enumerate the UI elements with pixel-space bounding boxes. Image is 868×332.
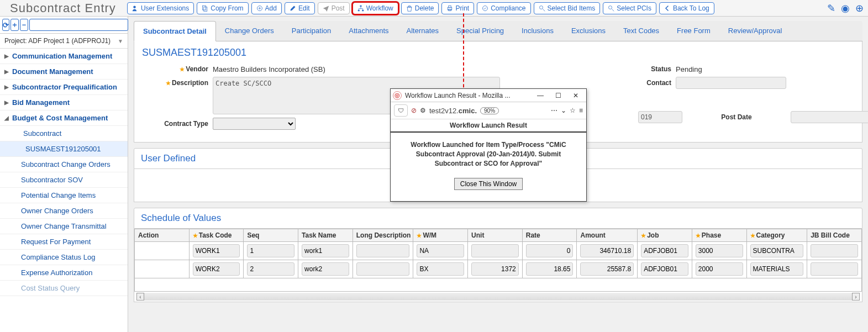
cell-unit[interactable] <box>471 244 519 257</box>
cell-rate[interactable] <box>526 244 574 257</box>
col-wm[interactable]: W/M <box>413 229 468 242</box>
sidebar-item-expense-auth[interactable]: Expense Authorization <box>0 265 128 281</box>
close-window-button[interactable]: Close This Window <box>454 178 523 190</box>
col-phase[interactable]: Phase <box>692 229 746 242</box>
cell-phase[interactable] <box>696 262 743 276</box>
sidebar-item-pci[interactable]: Potential Change Items <box>0 188 128 203</box>
contract-type-select[interactable] <box>213 118 296 130</box>
cell-amount[interactable] <box>580 262 634 276</box>
col-action[interactable]: Action <box>135 229 190 242</box>
cell-seq[interactable] <box>247 262 294 276</box>
col-category[interactable]: Category <box>746 229 807 242</box>
more-icon[interactable]: ⋯ <box>551 107 557 114</box>
cell-job[interactable] <box>641 244 688 257</box>
permissions-icon[interactable]: ⚙ <box>420 107 426 114</box>
sidebar-item-oct[interactable]: Owner Change Transmittal <box>0 219 128 234</box>
select-bid-items-button[interactable]: Select Bid Items <box>534 2 601 14</box>
back-to-log-button[interactable]: Back To Log <box>659 2 714 14</box>
sidebar-item-document-management[interactable]: ▶Document Management <box>0 64 128 80</box>
col-job[interactable]: Job <box>638 229 692 242</box>
tab-attachments[interactable]: Attachments <box>340 21 397 41</box>
col-jb-bill[interactable]: JB Bill Code <box>807 229 862 242</box>
cell-task-code[interactable] <box>193 244 240 257</box>
tab-exclusions[interactable]: Exclusions <box>562 21 614 41</box>
col-task-name[interactable]: Task Name <box>298 229 353 242</box>
cell-job[interactable] <box>641 262 688 276</box>
maximize-button[interactable]: ☐ <box>551 90 565 101</box>
cell-task-name[interactable] <box>302 244 349 257</box>
close-button[interactable]: ✕ <box>569 90 583 101</box>
cell-jbbill[interactable] <box>811 262 858 276</box>
project-selector[interactable]: Project: ADF Project 1 (ADFPROJ1) ▼ <box>0 34 128 49</box>
tab-text-codes[interactable]: Text Codes <box>614 21 668 41</box>
tab-review-approval[interactable]: Review/Approval <box>719 21 791 41</box>
table-row[interactable] <box>135 242 862 260</box>
copy-from-button[interactable]: Copy From <box>197 2 248 14</box>
tab-change-orders[interactable]: Change Orders <box>216 21 283 41</box>
url-display[interactable]: test2v12.cmic. <box>429 107 477 115</box>
pocket-icon[interactable]: ⌄ <box>561 107 566 114</box>
post-date-field[interactable] <box>791 111 868 123</box>
cell-phase[interactable] <box>696 244 743 257</box>
tab-special-pricing[interactable]: Special Pricing <box>448 21 513 41</box>
user-icon[interactable]: ◉ <box>841 2 850 14</box>
user-extensions-button[interactable]: User Extensions <box>127 2 194 14</box>
sidebar-item-record[interactable]: SUSMAEST191205001 <box>0 141 128 157</box>
sidebar-item-budget-cost-management[interactable]: ◢Budget & Cost Management <box>0 110 128 126</box>
expand-icon[interactable]: ＋ <box>10 19 19 31</box>
col-amount[interactable]: Amount <box>577 229 638 242</box>
scroll-right-icon[interactable]: › <box>852 293 860 301</box>
sidebar-item-sco[interactable]: Subcontract Change Orders <box>0 157 128 172</box>
sidebar-item-oco[interactable]: Owner Change Orders <box>0 203 128 219</box>
col-unit[interactable]: Unit <box>468 229 523 242</box>
cell-task-code[interactable] <box>193 262 240 276</box>
sidebar-item-subcontract[interactable]: ◢Subcontract <box>0 126 128 141</box>
popup-titlebar[interactable]: ◎ Workflow Launch Result - Mozilla ... —… <box>391 89 586 102</box>
sidebar-search-input[interactable] <box>29 19 128 31</box>
sidebar-item-cost-status[interactable]: Cost Status Query <box>0 281 128 296</box>
col-rate[interactable]: Rate <box>522 229 577 242</box>
menu-icon[interactable]: ≡ <box>579 107 583 114</box>
sidebar-item-subcontractor-prequalification[interactable]: ▶Subcontractor Prequalification <box>0 80 128 95</box>
cell-category[interactable] <box>750 262 804 276</box>
tab-alternates[interactable]: Alternates <box>398 21 448 41</box>
help-icon[interactable]: ⊕ <box>855 2 864 14</box>
col-seq[interactable]: Seq <box>244 229 298 242</box>
bookmark-icon[interactable]: ☆ <box>570 107 576 114</box>
select-pcis-button[interactable]: Select PCIs <box>603 2 656 14</box>
cell-rate[interactable] <box>526 262 574 276</box>
shield-icon[interactable]: 🛡 <box>394 104 408 117</box>
compliance-button[interactable]: Compliance <box>477 2 530 14</box>
minimize-button[interactable]: — <box>533 90 548 101</box>
cell-category[interactable] <box>750 244 804 257</box>
tab-free-form[interactable]: Free Form <box>668 21 719 41</box>
table-row-empty[interactable] <box>135 278 862 292</box>
tracking-icon[interactable]: ⊘ <box>411 107 417 114</box>
tab-subcontract-detail[interactable]: Subcontract Detail <box>134 21 216 41</box>
tab-inclusions[interactable]: Inclusions <box>513 21 562 41</box>
refresh-icon[interactable]: ⟳ <box>2 19 9 31</box>
scroll-left-icon[interactable]: ‹ <box>136 293 144 301</box>
cell-long-desc[interactable] <box>356 244 410 257</box>
sidebar-item-compliance-log[interactable]: Compliance Status Log <box>0 250 128 265</box>
scrollbar[interactable] <box>144 293 852 301</box>
sidebar-item-rfp[interactable]: Request For Payment <box>0 234 128 250</box>
print-button[interactable]: Print <box>441 2 474 14</box>
cell-wm[interactable] <box>417 244 464 257</box>
add-button[interactable]: Add <box>251 2 282 14</box>
cell-seq[interactable] <box>247 244 294 257</box>
sidebar-item-bid-management[interactable]: ▶Bid Management <box>0 95 128 110</box>
cell-task-name[interactable] <box>302 262 349 276</box>
col-task-code[interactable]: Task Code <box>189 229 244 242</box>
zoom-indicator[interactable]: 90% <box>480 107 499 114</box>
edit-page-icon[interactable]: ✎ <box>827 2 835 14</box>
cell-wm[interactable] <box>417 262 464 276</box>
edit-button[interactable]: Edit <box>285 2 315 14</box>
table-row[interactable] <box>135 260 862 278</box>
collapse-icon[interactable]: － <box>20 19 28 31</box>
cell-unit[interactable] <box>471 262 519 276</box>
tab-participation[interactable]: Participation <box>283 21 340 41</box>
workflow-button[interactable]: Workflow <box>353 2 398 14</box>
cell-long-desc[interactable] <box>356 262 410 276</box>
cell-jbbill[interactable] <box>811 244 858 257</box>
